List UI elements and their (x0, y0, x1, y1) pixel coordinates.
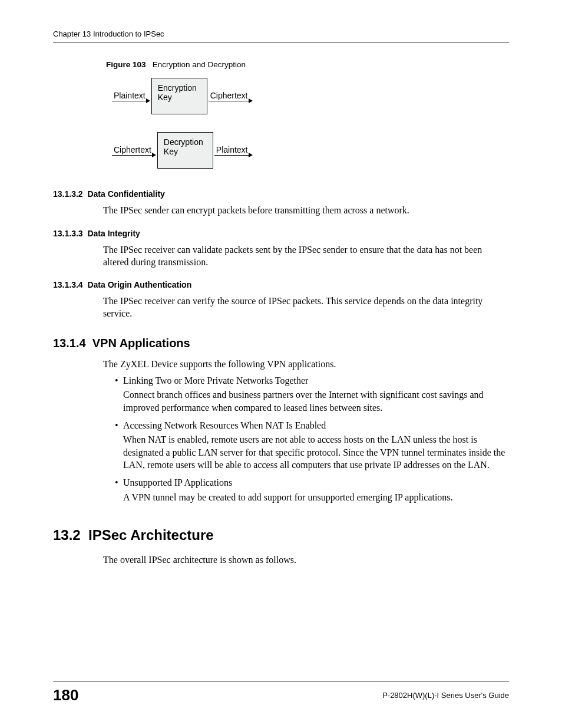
encryption-diagram: Plaintext Encryption Key Ciphertext Ciph… (112, 78, 509, 169)
diagram-row-decrypt: Ciphertext Decryption Key Plaintext (112, 132, 509, 169)
bullet-head: Unsupported IP Applications (123, 477, 232, 487)
list-item: Linking Two or More Private Networks Tog… (115, 374, 509, 414)
diagram-box-encryption: Encryption Key (151, 78, 207, 114)
figure-label: Figure 103 (106, 60, 146, 69)
bullet-detail: A VPN tunnel may be created to add suppo… (123, 491, 509, 504)
diagram-label-ciphertext-left: Ciphertext (112, 145, 153, 156)
footer-guide: P-2802H(W)(L)-I Series User's Guide (382, 691, 509, 700)
list-item: Unsupported IP Applications A VPN tunnel… (115, 476, 509, 503)
bullet-detail: Connect branch offices and business part… (123, 388, 509, 414)
heading-data-integrity: 13.1.3.3 Data Integrity (53, 229, 509, 238)
bullet-head: Accessing Network Resources When NAT Is … (123, 420, 326, 430)
figure-caption: Figure 103 Encryption and Decryption (106, 60, 509, 69)
diagram-box-decryption: Decryption Key (157, 132, 213, 169)
bullet-detail: When NAT is enabled, remote users are no… (123, 433, 509, 472)
heading-vpn-applications: 13.1.4 VPN Applications (53, 337, 509, 350)
body-arch-intro: The overall IPSec architecture is shown … (103, 554, 509, 566)
diagram-label-plaintext-right: Plaintext (214, 145, 250, 156)
heading-ipsec-architecture: 13.2 IPSec Architecture (53, 527, 509, 543)
diagram-label-ciphertext-right: Ciphertext (209, 91, 250, 101)
body-vpn-intro: The ZyXEL Device supports the following … (103, 358, 509, 371)
body-data-confidentiality: The IPSec sender can encrypt packets bef… (103, 205, 509, 217)
diagram-row-encrypt: Plaintext Encryption Key Ciphertext (112, 78, 509, 114)
page-footer: 180 P-2802H(W)(L)-I Series User's Guide (53, 681, 509, 704)
page-header: Chapter 13 Introduction to IPSec (53, 29, 509, 42)
heading-data-origin-auth: 13.1.3.4 Data Origin Authentication (53, 280, 509, 289)
body-data-origin-auth: The IPSec receiver can verify the source… (103, 295, 509, 320)
vpn-bullet-list: Linking Two or More Private Networks Tog… (115, 374, 509, 503)
list-item: Accessing Network Resources When NAT Is … (115, 419, 509, 472)
body-data-integrity: The IPSec receiver can validate packets … (103, 244, 509, 269)
figure-title: Encryption and Decryption (153, 60, 246, 69)
page-number: 180 (53, 686, 78, 704)
chapter-title: Chapter 13 Introduction to IPSec (53, 29, 164, 38)
diagram-label-plaintext-left: Plaintext (112, 91, 147, 101)
heading-data-confidentiality: 13.1.3.2 Data Confidentiality (53, 189, 509, 199)
bullet-head: Linking Two or More Private Networks Tog… (123, 375, 308, 386)
